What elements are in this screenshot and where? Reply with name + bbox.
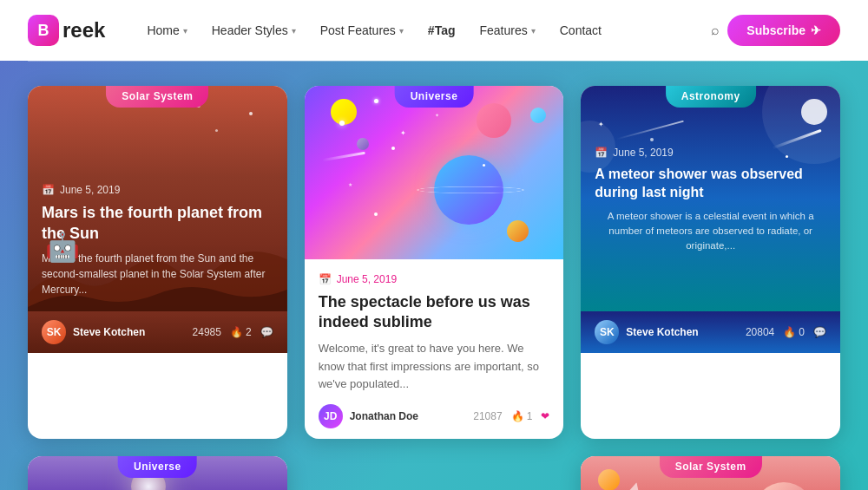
space-star-2: [391, 147, 395, 150]
category-badge-universe-bottom: Universe: [118, 456, 197, 478]
cards-grid: Solar System 🤖 📅 June 5, 2019: [28, 86, 840, 490]
mars-date-row: 📅 June 5, 2019: [42, 184, 273, 196]
fire-icon: 🔥: [230, 326, 243, 338]
chevron-down-icon: ▾: [183, 26, 187, 36]
universe-author-name: Jonathan Doe: [350, 410, 467, 422]
comment-icon: 💬: [813, 326, 826, 338]
astro-card-text: 📅 June 5, 2019 A meteor shower was obser…: [595, 129, 826, 253]
star-bottom: [374, 212, 378, 216]
fire-icon: 🔥: [783, 326, 796, 338]
main-content: Solar System 🤖 📅 June 5, 2019: [0, 62, 868, 490]
solar-small-planet: [598, 469, 620, 490]
mars-author-avatar: SK: [42, 320, 66, 344]
universe-title: The spectacle before us was indeed subli…: [319, 292, 550, 333]
astro-comments: 💬: [813, 326, 826, 338]
star-cluster: ✦: [400, 129, 406, 137]
chevron-down-icon: ▾: [399, 26, 404, 36]
chevron-down-icon: ▾: [292, 26, 296, 36]
card-universe-bottom[interactable]: Universe: [28, 456, 287, 490]
search-icon[interactable]: ⌕: [711, 23, 720, 38]
universe-stats: 21087 🔥 1 ❤: [473, 410, 549, 422]
logo-text: reek: [62, 18, 105, 42]
chevron-down-icon: ▾: [531, 26, 536, 36]
send-icon: ✈: [811, 23, 821, 37]
mars-rover-icon: 🤖: [45, 231, 80, 264]
logo[interactable]: B reek: [28, 15, 105, 46]
category-badge-solar: Solar System: [106, 86, 208, 108]
star-icon: [249, 112, 253, 115]
universe-author-avatar: JD: [319, 404, 343, 428]
card-solar-bottom[interactable]: Solar System: [581, 456, 840, 490]
mars-comments: 💬: [260, 326, 273, 338]
solar-triangle: [628, 480, 643, 490]
main-nav: Home ▾ Header Styles ▾ Post Features ▾ #…: [147, 23, 707, 37]
logo-icon: B: [28, 15, 59, 46]
universe-likes: 🔥 1: [511, 410, 533, 422]
star-small2: ★: [348, 181, 352, 187]
universe-footer: JD Jonathan Doe 21087 🔥 1 ❤: [305, 394, 564, 439]
mars-likes: 🔥 2: [230, 326, 252, 338]
category-badge-solar-bottom: Solar System: [660, 456, 762, 478]
astro-stats: 20804 🔥 0 💬: [746, 326, 826, 338]
astro-excerpt: A meteor shower is a celestial event in …: [595, 209, 826, 254]
space-star-1: [339, 121, 345, 126]
space-planet-pink: [477, 103, 511, 138]
comment-icon: 💬: [260, 326, 273, 338]
universe-excerpt: Welcome, it's great to have you here. We…: [319, 340, 550, 394]
mars-stats: 24985 🔥 2 💬: [193, 326, 273, 338]
calendar-icon: 📅: [42, 184, 55, 196]
category-badge-astronomy: Astronomy: [666, 86, 756, 108]
astro-title: A meteor shower was observed during last…: [595, 166, 826, 202]
mars-author-name: Steve Kotchen: [73, 326, 186, 338]
subscribe-button[interactable]: Subscribe ✈: [727, 15, 840, 46]
card-astronomy[interactable]: Astronomy ✦ 📅 June 5, 2019: [581, 86, 840, 439]
fire-icon: 🔥: [511, 410, 524, 422]
card-universe[interactable]: Universe ✦: [305, 86, 564, 439]
nav-home[interactable]: Home ▾: [147, 23, 187, 37]
universe-date-row: 📅 June 5, 2019: [319, 273, 550, 285]
heart-icon: ❤: [541, 410, 549, 422]
astro-likes: 🔥 0: [783, 326, 805, 338]
astro-footer: SK Steve Kotchen 20804 🔥 0 💬: [581, 311, 840, 353]
space-comet: [322, 152, 365, 162]
logo-letter: B: [38, 22, 49, 40]
calendar-icon: 📅: [319, 273, 332, 285]
category-badge-universe: Universe: [395, 86, 474, 108]
nav-contact[interactable]: Contact: [560, 23, 602, 37]
nav-post-features[interactable]: Post Features ▾: [320, 23, 404, 37]
space-planet-small: [530, 108, 546, 123]
space-planet-orange: [507, 220, 529, 242]
calendar-icon: 📅: [595, 147, 608, 159]
nav-header-styles[interactable]: Header Styles ▾: [212, 23, 296, 37]
astro-date-row: 📅 June 5, 2019: [595, 147, 826, 159]
space-planet-large: [434, 155, 503, 225]
nav-tag[interactable]: #Tag: [428, 23, 456, 37]
card-mars-bg: 🤖 📅 June 5, 2019 Mars is the fourth plan…: [28, 86, 287, 311]
star-small3: ✦: [435, 112, 439, 118]
universe-card-body: 📅 June 5, 2019 The spectacle before us w…: [305, 259, 564, 394]
card-astronomy-bg: ✦ 📅 June 5, 2019 A meteor shower was obs…: [581, 86, 840, 311]
astro-author-name: Steve Kotchen: [626, 326, 739, 338]
star-icon: [215, 129, 218, 132]
star-bright: [374, 99, 378, 103]
mars-views: 24985: [193, 326, 221, 338]
mars-footer: SK Steve Kotchen 24985 🔥 2 💬: [28, 311, 287, 353]
nav-features[interactable]: Features ▾: [479, 23, 535, 37]
universe-heart: ❤: [541, 410, 549, 422]
solar-planet-main: [753, 482, 814, 490]
header: B reek Home ▾ Header Styles ▾ Post Featu…: [0, 0, 868, 61]
astro-author-avatar: SK: [595, 320, 619, 344]
astro-moon: [801, 99, 827, 125]
star-icon: ✦: [598, 121, 604, 128]
card-mars[interactable]: Solar System 🤖 📅 June 5, 2019: [28, 86, 287, 439]
space-planet-tiny: [357, 138, 369, 150]
universe-image: ✦ ★ ✦: [305, 86, 564, 259]
